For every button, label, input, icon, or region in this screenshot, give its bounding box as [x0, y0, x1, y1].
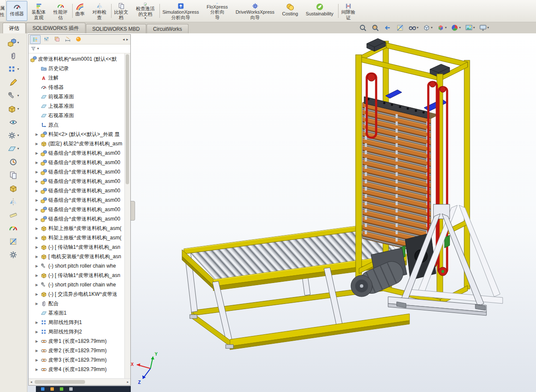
- expand-arrow-icon[interactable]: ▶: [35, 198, 39, 202]
- mass-properties-button[interactable]: [8, 223, 20, 233]
- move-component-button[interactable]: ▾: [6, 104, 20, 114]
- tree-item[interactable]: ▶ 料架上推板^皮带送料机构_asm(: [29, 224, 130, 233]
- show-hidden-components-button[interactable]: [8, 117, 20, 127]
- tree-root-item[interactable]: 皮带送料机构^asm0001 (默认<<默: [29, 54, 130, 64]
- tree-item[interactable]: ▶ (-) [ 交流异步电机1KW^皮带送: [29, 289, 130, 299]
- tree-item[interactable]: 基准面1: [29, 308, 130, 318]
- scrollbar-thumb[interactable]: [126, 54, 129, 184]
- tree-item[interactable]: ▶ 皮带2 (长度=1829.79mm): [29, 346, 130, 355]
- zoom-to-area-button[interactable]: [371, 23, 380, 32]
- expand-arrow-icon[interactable]: ▶: [35, 349, 39, 353]
- tree-item[interactable]: ▶ 链条组合^皮带送料机构_asm00: [29, 158, 130, 167]
- tree-item[interactable]: ▶ 链条组合^皮带送料机构_asm00: [29, 195, 130, 205]
- tab-evaluate[interactable]: 评估: [3, 23, 26, 33]
- taskbar-icon[interactable]: [69, 387, 73, 391]
- tree-item[interactable]: ▶ (-) short pitch roller chain whe: [29, 261, 130, 271]
- tree-item[interactable]: ▶ 局部线性阵列2: [29, 327, 130, 336]
- scrollbar-thumb[interactable]: [35, 380, 85, 384]
- propertymanager-tab[interactable]: [41, 35, 51, 43]
- mate-button[interactable]: [8, 51, 20, 61]
- expand-arrow-icon[interactable]: ▶: [35, 189, 39, 193]
- tree-item[interactable]: ▶ 料架<2> (默认<<默认>_外观 显: [29, 130, 130, 139]
- tree-item[interactable]: ▶ (-) [ 传动轴1^皮带送料机构_asn: [29, 242, 130, 252]
- featuremanager-tab[interactable]: [30, 35, 41, 44]
- tree-item[interactable]: 历史记录: [29, 64, 130, 73]
- measure-button[interactable]: [8, 210, 20, 220]
- tree-item[interactable]: ▶ (-) short pitch roller chain whe: [29, 280, 130, 289]
- expand-arrow-icon[interactable]: ▶: [35, 161, 39, 165]
- panel-next-button[interactable]: ▸: [126, 37, 128, 41]
- tree-item[interactable]: ▶ 配合: [29, 299, 130, 308]
- assembly-visualization-button[interactable]: 装配体 直观: [28, 1, 49, 21]
- check-active-document-button[interactable]: 检查激活 的文档 ▾: [133, 1, 158, 21]
- tree-item[interactable]: ▶ 链条组合^皮带送料机构_asm00: [29, 148, 130, 158]
- tree-item[interactable]: ▶ 皮带1 (长度=1829.79mm): [29, 336, 130, 346]
- previous-view-button[interactable]: [383, 23, 393, 32]
- displaymanager-tab[interactable]: [74, 35, 83, 43]
- clearance-verification-button[interactable]: 间隙验 证: [338, 1, 359, 21]
- hide-show-items-button[interactable]: ▾: [408, 23, 419, 32]
- taskbar-icon[interactable]: [41, 387, 44, 391]
- tree-horizontal-scrollbar[interactable]: ◂ ▸: [29, 378, 130, 385]
- expand-arrow-icon[interactable]: ▶: [35, 180, 39, 183]
- tree-item[interactable]: 上视基准面: [29, 101, 130, 111]
- driveworksxpress-button[interactable]: DriveWorksXpress 向导: [232, 1, 278, 21]
- simulationxpress-button[interactable]: SimulationXpress 分析向导: [159, 1, 203, 21]
- expand-arrow-icon[interactable]: ▶: [35, 321, 39, 324]
- expand-arrow-icon[interactable]: ▶: [35, 283, 39, 287]
- tree-item[interactable]: 右视基准面: [29, 111, 130, 120]
- expand-arrow-icon[interactable]: ▶: [35, 170, 39, 174]
- expand-arrow-icon[interactable]: ▶: [35, 236, 39, 240]
- tree-item[interactable]: ▶ 皮带4 (长度=1829.79mm): [29, 365, 130, 374]
- assembly-features-button[interactable]: ▾: [6, 130, 20, 141]
- tab-circuitworks[interactable]: CircuitWorks: [147, 24, 188, 33]
- tree-item[interactable]: ▶ (固定) 机架2^皮带送料机构_asm: [29, 139, 130, 148]
- panel-splitter-handle[interactable]: [131, 201, 135, 221]
- sensors-button[interactable]: 传感器: [6, 1, 27, 21]
- tree-item[interactable]: ▶ [ 电机安装板^皮带送料机构_asn: [29, 252, 130, 261]
- expand-arrow-icon[interactable]: ▶: [35, 368, 39, 371]
- expand-arrow-icon[interactable]: ▶: [35, 302, 39, 306]
- edit-component-button[interactable]: [8, 77, 20, 88]
- options-button[interactable]: [8, 250, 20, 260]
- tree-vertical-scrollbar[interactable]: [124, 53, 130, 378]
- tree-item[interactable]: ▶ 链条组合^皮带送料机构_asm00: [29, 177, 130, 186]
- expand-arrow-icon[interactable]: ▶: [35, 245, 39, 249]
- reference-geometry-button[interactable]: ▾: [6, 144, 20, 154]
- view-settings-button[interactable]: ▾: [478, 23, 490, 32]
- performance-evaluation-button[interactable]: 性能评 估: [50, 1, 71, 21]
- symmetry-check-button[interactable]: 对称检 查: [89, 1, 110, 21]
- apply-scene-button[interactable]: ▾: [464, 23, 476, 32]
- expand-arrow-icon[interactable]: ▶: [35, 217, 39, 221]
- tree-item[interactable]: ▶ 链条组合^皮带送料机构_asm00: [29, 186, 130, 195]
- curvature-button[interactable]: 曲率: [72, 1, 88, 21]
- expand-arrow-icon[interactable]: ▶: [35, 339, 39, 343]
- expand-arrow-icon[interactable]: ▶: [35, 274, 39, 277]
- tree-item[interactable]: ▶ 皮带3 (长度=1829.79mm): [29, 355, 130, 365]
- scroll-right-button[interactable]: ▸: [125, 380, 130, 384]
- costing-button[interactable]: Costing: [279, 1, 301, 21]
- expand-arrow-icon[interactable]: ▶: [35, 142, 39, 146]
- tree-item[interactable]: ▶ (-) [ 传动轴1^皮带送料机构_asn: [29, 271, 130, 280]
- taskbar-fragment[interactable]: [36, 386, 131, 392]
- expand-arrow-icon[interactable]: ▶: [35, 208, 39, 212]
- sustainability-button[interactable]: Sustainability: [302, 1, 337, 21]
- tree-item[interactable]: ▶ 局部线性阵列1: [29, 318, 130, 327]
- tree-filter-bar[interactable]: ▾: [29, 44, 130, 53]
- expand-arrow-icon[interactable]: ▶: [35, 133, 39, 136]
- taskbar-icon[interactable]: [50, 387, 54, 391]
- floxpress-button[interactable]: FloXpress 分析向 导: [203, 1, 232, 21]
- tree-item[interactable]: ▶ 料架上推板^皮带送料机构_asm(: [29, 233, 130, 242]
- tree-item[interactable]: 注解: [29, 73, 130, 83]
- tree-item[interactable]: 原点: [29, 120, 130, 130]
- edit-appearance-button[interactable]: ▾: [450, 23, 462, 32]
- tab-solidworks-mbd[interactable]: SOLIDWORKS MBD: [86, 24, 146, 33]
- dimxpertmanager-tab[interactable]: [63, 35, 73, 43]
- expand-arrow-icon[interactable]: ▶: [35, 264, 39, 268]
- expand-arrow-icon[interactable]: ▶: [35, 330, 39, 334]
- insert-components-button[interactable]: ▾: [6, 38, 20, 48]
- display-style-button[interactable]: ▾: [422, 23, 433, 32]
- tree-item[interactable]: ▶ 链条组合^皮带送料机构_asm00: [29, 214, 130, 224]
- tree-item[interactable]: 传感器: [29, 83, 130, 92]
- configurationmanager-tab[interactable]: [52, 35, 62, 43]
